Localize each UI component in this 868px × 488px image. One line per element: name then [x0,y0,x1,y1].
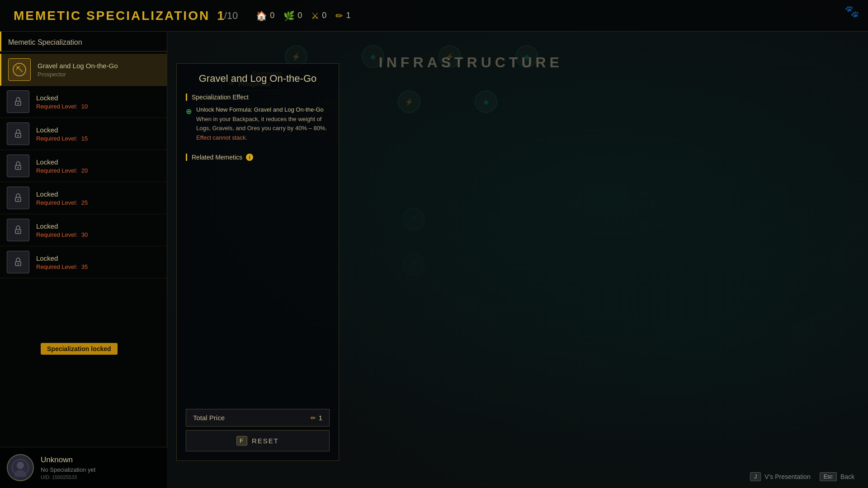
gather-icon: 🌿 [283,10,295,21]
tree-node: ? [402,208,425,230]
stat-home: 🏠 0 [256,10,274,21]
related-content-area [186,166,330,409]
header: MEMETIC SPECIALIZATION 1 /10 🏠 0 🌿 0 ⚔ 0… [0,0,868,32]
item-level-value-4: 25 [81,199,88,206]
lock-icon-2 [7,122,29,145]
effect-formula-name: Unlock New Formula: Gravel and Log On-th… [196,106,330,113]
nav-hints: J V's Presentation Esc Back [750,472,854,481]
item-name-locked-1: Locked [36,94,160,102]
item-level-locked-3: Required Level: 20 [36,167,160,174]
presentation-key: J [750,472,761,481]
back-key: Esc [820,472,837,481]
item-name-locked-5: Locked [36,222,160,230]
sidebar-item-locked-3[interactable]: Locked Required Level: 20 [0,150,167,182]
item-name-locked-3: Locked [36,158,160,166]
stat-gather-value: 0 [297,11,302,20]
back-label: Back [840,473,854,480]
item-text-locked-2: Locked Required Level: 15 [36,126,160,142]
price-currency-icon: ✏ [311,414,316,422]
top-right-icons: 🐾 [844,5,859,19]
item-text-locked-5: Locked Required Level: 30 [36,222,160,238]
total-price-value: ✏ 1 [311,414,322,422]
top-right-icon: 🐾 [844,5,859,19]
svg-point-7 [18,167,19,169]
stat-craft-value: 1 [346,11,350,20]
effect-plus-icon: ⊕ [186,107,192,141]
item-level-value-2: 15 [81,135,88,142]
sidebar-item-locked-2[interactable]: Locked Required Level: 15 [0,118,167,150]
user-spec: No Specialization yet [41,466,160,473]
sidebar-item-gravel[interactable]: ⛏ Gravel and Log On-the-Go Prospector [0,54,167,86]
combat-icon: ⚔ [311,10,319,21]
item-icon-gravel: ⛏ [8,58,31,81]
effect-description-block: Unlock New Formula: Gravel and Log On-th… [196,106,330,141]
svg-point-15 [17,462,24,469]
lock-icon-3 [7,155,29,177]
stat-combat: ⚔ 0 [311,10,326,21]
sidebar-item-locked-5[interactable]: Locked Required Level: 30 [0,214,167,246]
svg-point-3 [18,103,19,104]
item-name-locked-4: Locked [36,190,160,198]
sidebar-title: Memetic Specialization [0,32,167,52]
nav-hint-back: Esc Back [820,472,854,481]
stats-bar: 🏠 0 🌿 0 ⚔ 0 ✏ 1 [256,10,350,21]
reset-button[interactable]: F RESET [186,430,330,451]
tree-node: ◆ [475,90,497,113]
item-level-value-5: 30 [81,231,88,238]
related-section: Related Memetics i [186,154,330,166]
sidebar-item-locked-1[interactable]: Locked Required Level: 10 [0,86,167,118]
stat-gather: 🌿 0 [283,10,302,21]
specialization-current: 1 [217,9,224,23]
effect-cannot-stack: Effect cannot stack. [196,134,330,141]
specialization-effect-header: Specialization Effect [186,94,330,101]
svg-point-5 [18,135,19,136]
item-level-locked-5: Required Level: 30 [36,231,160,238]
item-text-locked-3: Locked Required Level: 20 [36,158,160,174]
item-level-value-3: 20 [81,167,88,174]
related-header-text: Related Memetics [192,154,242,161]
item-text-locked-1: Locked Required Level: 10 [36,94,160,110]
user-section: Unknown No Specialization yet UID: 15002… [0,447,167,488]
stat-craft: ✏ 1 [335,10,350,21]
svg-point-9 [18,199,19,201]
lock-icon-6 [7,251,29,273]
svg-point-13 [18,263,19,265]
detail-panel: Gravel and Log On-the-Go Specialization … [176,63,339,461]
item-name-gravel: Gravel and Log On-the-Go [38,62,160,70]
effect-item: ⊕ Unlock New Formula: Gravel and Log On-… [186,106,330,141]
item-name-locked-2: Locked [36,126,160,134]
item-level-locked-2: Required Level: 15 [36,135,160,142]
stat-combat-value: 0 [322,11,326,20]
svg-point-11 [18,231,19,233]
item-name-locked-6: Locked [36,254,160,262]
home-icon: 🏠 [256,10,267,21]
user-uid: UID: 150025533 [41,474,160,480]
infrastructure-label: INFRASTRUCTURE [379,54,563,71]
lock-icon-5 [7,219,29,241]
sidebar-item-locked-4[interactable]: Locked Required Level: 25 [0,182,167,214]
total-price-bar: Total Price ✏ 1 [186,409,330,427]
specialization-locked-tooltip: Specialization locked [41,343,118,355]
item-level-value-6: 35 [81,263,88,270]
lock-icon-1 [7,90,29,113]
specialization-total: /10 [224,10,238,22]
sidebar: Memetic Specialization ⛏ Gravel and Log … [0,32,167,488]
total-price-label: Total Price [193,414,225,422]
item-text-gravel: Gravel and Log On-the-Go Prospector [38,62,160,78]
item-level-locked-1: Required Level: 10 [36,103,160,110]
reset-text: RESET [252,437,279,445]
nav-hint-presentation: J V's Presentation [750,472,811,481]
item-level-locked-4: Required Level: 25 [36,199,160,206]
item-level-value-1: 10 [81,103,88,110]
sidebar-items-list: ⛏ Gravel and Log On-the-Go Prospector Lo… [0,52,167,488]
user-name: Unknown [41,455,160,465]
presentation-label: V's Presentation [764,473,811,480]
stat-home-value: 0 [270,11,274,20]
tree-node: ⚡ [398,90,420,113]
detail-title: Gravel and Log On-the-Go [186,73,330,84]
craft-icon: ✏ [335,10,343,21]
user-info: Unknown No Specialization yet UID: 15002… [41,455,160,480]
sidebar-item-locked-6[interactable]: Locked Required Level: 35 [0,246,167,278]
page-title: MEMETIC SPECIALIZATION [14,9,210,23]
info-icon: i [246,154,253,161]
